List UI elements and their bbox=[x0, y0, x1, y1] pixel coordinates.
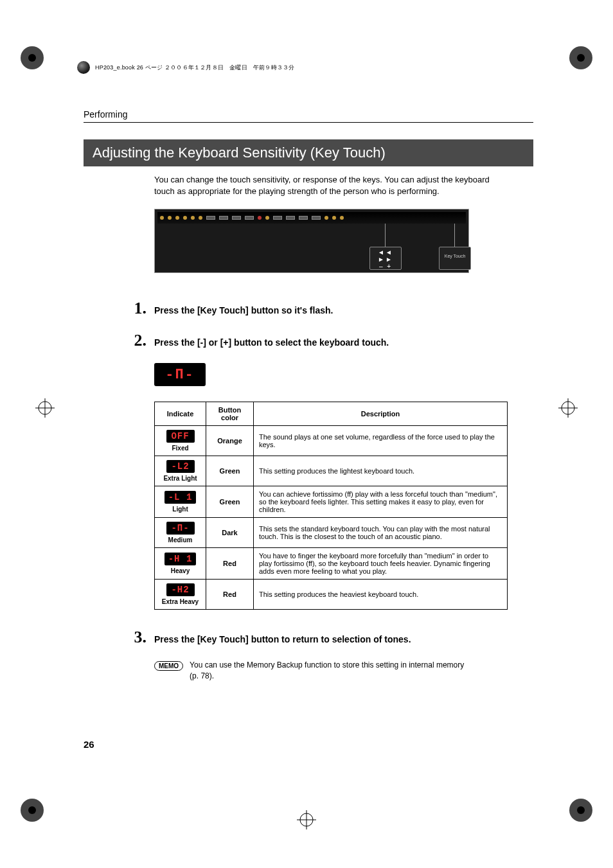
seg-indicator: -П- bbox=[166, 522, 195, 535]
step-1-text: Press the [Key Touch] button so it's fla… bbox=[154, 305, 533, 315]
svg-point-1 bbox=[28, 54, 36, 62]
key-touch-callout: Key Touch bbox=[439, 247, 471, 270]
registration-mark-left bbox=[35, 398, 55, 418]
memo-badge: MEMO bbox=[154, 661, 183, 671]
intro-paragraph: You can change the touch sensitivity, or… bbox=[154, 174, 508, 197]
section-divider bbox=[84, 122, 533, 123]
button-color: Green bbox=[206, 456, 254, 486]
plus-minus-callout: ◄◄ ►► – + bbox=[369, 247, 402, 270]
svg-point-3 bbox=[577, 54, 585, 62]
table-row: -H 1Heavy Red You have to finger the key… bbox=[155, 548, 508, 580]
segment-display-large: -П- bbox=[154, 363, 206, 386]
book-header-line: HP203_e.book 26 ページ ２００６年１２月８日 金曜日 午前９時３… bbox=[77, 61, 294, 74]
section-label: Performing bbox=[84, 109, 533, 120]
indicator-label: Heavy bbox=[157, 567, 203, 574]
seg-indicator: OFF bbox=[166, 430, 195, 443]
th-indicate: Indicate bbox=[155, 402, 206, 426]
button-color: Red bbox=[206, 580, 254, 610]
step-3-number: 3. bbox=[84, 628, 154, 647]
description: You have to finger the keyboard more for… bbox=[254, 548, 508, 580]
description: This setting produces the lightest keybo… bbox=[254, 456, 508, 486]
indicator-label: Fixed bbox=[157, 445, 203, 452]
description: This sets the standard keyboard touch. Y… bbox=[254, 518, 508, 548]
crop-corner-top-right bbox=[555, 45, 594, 84]
table-row: -H2Extra Heavy Red This setting produces… bbox=[155, 580, 508, 610]
svg-point-7 bbox=[577, 806, 585, 814]
table-row: OFFFixed Orange The sound plays at one s… bbox=[155, 426, 508, 456]
indicator-label: Extra Heavy bbox=[157, 598, 203, 605]
seg-indicator: -H 1 bbox=[164, 553, 197, 565]
page-heading: Adjusting the Keyboard Sensitivity (Key … bbox=[84, 139, 533, 166]
memo-text: You can use the Memory Backup function t… bbox=[190, 660, 472, 682]
description: You can achieve fortissimo (ff) play wit… bbox=[254, 486, 508, 518]
step-1-number: 1. bbox=[84, 299, 154, 318]
button-color: Orange bbox=[206, 426, 254, 456]
crop-corner-top-left bbox=[19, 45, 58, 84]
control-panel-diagram: ◄◄ ►► – + Key Touch bbox=[154, 209, 469, 273]
button-color: Red bbox=[206, 548, 254, 580]
svg-point-5 bbox=[28, 806, 36, 814]
table-row: -L 1Light Green You can achieve fortissi… bbox=[155, 486, 508, 518]
indicator-label: Extra Light bbox=[157, 475, 203, 482]
table-row: -П-Medium Dark This sets the standard ke… bbox=[155, 518, 508, 548]
seg-indicator: -L2 bbox=[166, 460, 195, 473]
indicator-label: Medium bbox=[157, 536, 203, 544]
th-description: Description bbox=[254, 402, 508, 426]
page-number: 26 bbox=[84, 739, 94, 750]
step-2-text: Press the [-] or [+] button to select th… bbox=[154, 337, 533, 348]
registration-mark-right bbox=[558, 398, 578, 418]
seg-indicator: -H2 bbox=[166, 583, 195, 596]
key-touch-table: Indicate Button color Description OFFFix… bbox=[154, 402, 508, 610]
book-header-text: HP203_e.book 26 ページ ２００６年１２月８日 金曜日 午前９時３… bbox=[95, 64, 294, 72]
registration-mark-bottom bbox=[297, 810, 316, 829]
table-row: -L2Extra Light Green This setting produc… bbox=[155, 456, 508, 486]
button-color: Green bbox=[206, 486, 254, 518]
step-2-number: 2. bbox=[84, 331, 154, 350]
description: This setting produces the heaviest keybo… bbox=[254, 580, 508, 610]
crop-corner-bottom-right bbox=[555, 784, 594, 823]
button-color: Dark bbox=[206, 518, 254, 548]
step-3-text: Press the [Key Touch] button to return t… bbox=[154, 634, 533, 644]
crop-corner-bottom-left bbox=[19, 784, 58, 823]
indicator-label: Light bbox=[157, 506, 203, 513]
book-icon bbox=[77, 61, 90, 74]
seg-indicator: -L 1 bbox=[164, 491, 197, 504]
th-button-color: Button color bbox=[206, 402, 254, 426]
description: The sound plays at one set volume, regar… bbox=[254, 426, 508, 456]
